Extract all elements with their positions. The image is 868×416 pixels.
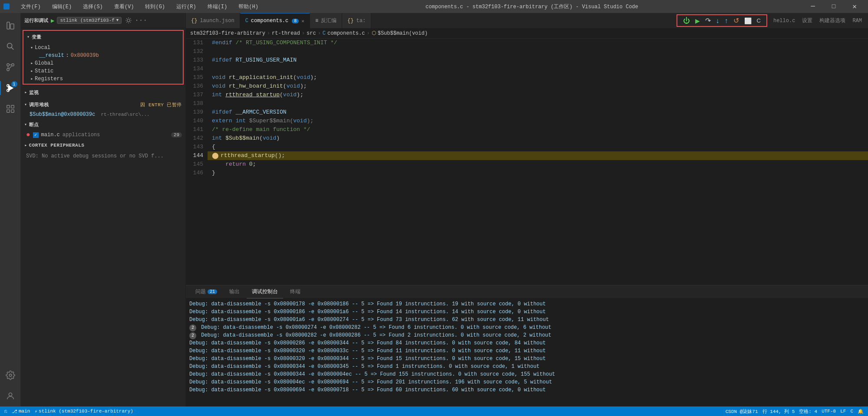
activity-debug[interactable]: 1 [0,78,21,98]
tab-ta[interactable]: {} ta: [342,13,371,28]
breadcrumb-part-4[interactable]: $Sub$$main(void) [378,30,428,36]
gear-icon[interactable] [125,17,132,24]
global-label: Global [35,60,53,66]
code-line-139: #ifdef __ARMCC_VERSION [208,108,868,117]
breadcrumb-part-3[interactable]: components.c [327,30,365,36]
variables-content: ▾ Local __result : 0x800039b ▾ Global ▾ … [23,43,183,84]
fn-sub-main: $Sub$$main [225,134,259,143]
status-debug-icon: ⚡ [34,409,37,414]
callstack-header[interactable]: ▾ 调用堆栈 因 ENTRY 已暂停 [21,98,185,111]
panel-tab-terminal[interactable]: 终端 [285,285,306,298]
bp-file: main.c [41,132,60,138]
menu-select[interactable]: 选择(S) [80,2,106,11]
activity-search[interactable] [0,36,21,57]
tab-ram[interactable]: RAM [850,18,865,24]
kw-endif: #endif [212,39,232,47]
local-section-header[interactable]: ▾ Local [23,44,183,52]
panel-content: Debug: data-disassemble -s 0x08000178 -e… [186,298,868,406]
run-play-icon[interactable]: ▶ [51,17,54,24]
debug-command-btn[interactable]: C [755,16,763,25]
window-close[interactable]: ✕ [845,0,865,13]
status-branch[interactable]: ⎇ main [12,409,30,414]
activity-source-control[interactable] [0,57,21,78]
panel-tab-problems[interactable]: 问题 21 [190,285,222,298]
tab-launch-json[interactable]: {} launch.json [186,13,240,28]
debug-stepout-btn[interactable]: ↑ [723,16,730,26]
menu-run[interactable]: 运行(R) [174,2,199,11]
debug-restart-btn[interactable]: ↺ [731,15,741,26]
variables-section: ▾ 变量 ▾ Local __result : 0x800039b ▾ Glob… [23,30,184,85]
code-content[interactable]: #endif /* RT_USING_COMPONENTS_INIT */ #i… [208,39,868,285]
menu-file[interactable]: 文件(F) [18,2,43,11]
cortex-header[interactable]: ▾ CORTEX PERIPHERALS [21,139,185,151]
status-language-label: C [850,409,853,414]
sidebar-more-icon[interactable]: ··· [135,16,147,24]
status-spaces[interactable]: 空格: 4 [799,408,817,415]
debug-continue-btn[interactable]: ▶ [693,16,702,26]
fn-rt-app: rt_application_init [229,73,293,82]
status-csdn[interactable]: CSDN @柒妹71 [726,408,758,415]
debug-stepover-btn[interactable]: ↷ [703,15,713,26]
tab-disasm[interactable]: ≡ 反汇编 [310,13,342,28]
tab-components-c[interactable]: C components.c 8 ✕ [240,13,310,28]
tab-settings[interactable]: 设置 [799,17,815,24]
status-notifications[interactable]: 🔔 [858,409,864,414]
indent-145 [212,160,225,169]
menu-edit[interactable]: 编辑(E) [50,2,75,11]
breakpoints-header[interactable]: ▾ 断点 [21,118,185,131]
code-lines: 131 132 133 134 135 136 137 138 139 140 … [186,39,868,285]
ln-136: 136 [186,82,208,91]
global-section-header[interactable]: ▾ Global [23,59,183,67]
svg-line-3 [11,47,13,49]
menu-bar: 文件(F) 编辑(E) 选择(S) 查看(V) 转到(G) 运行(R) 终端(I… [0,0,868,13]
menu-goto[interactable]: 转到(G) [142,2,168,11]
tab-icon-disasm: ≡ [315,18,318,24]
tab-close-components[interactable]: ✕ [301,18,304,24]
breadcrumb-part-1[interactable]: rt-thread [272,30,300,36]
menu-terminal[interactable]: 终端(I) [205,2,230,11]
watch-header[interactable]: ▾ 监视 [21,86,185,98]
status-eol[interactable]: LF [840,409,846,414]
status-position[interactable]: 行 144, 列 5 [762,408,795,415]
breadcrumb-part-2[interactable]: src [307,30,316,36]
status-language[interactable]: C [850,409,853,414]
sidebar-header: 运行和调试 ▶ stlink (stm32f103-f ▼ ··· [21,13,185,28]
svg-line-9 [9,66,11,69]
static-section-header[interactable]: ▾ Static [23,67,183,75]
code-line-132 [208,47,868,56]
activity-settings[interactable] [0,365,21,386]
bp-checkbox[interactable]: ✓ [33,132,39,138]
menu-view[interactable]: 查看(V) [112,2,137,11]
svg-point-4 [7,64,9,66]
breadcrumb-part-0[interactable]: stm32f103-fire-arbitrary [190,30,265,36]
variables-header[interactable]: ▾ 变量 [23,31,183,43]
activity-explorer[interactable] [0,15,21,36]
debug-power-btn[interactable]: ⏻ [681,16,692,26]
terminal-line-10: Debug: data-disassemble -s 0x080004ec -e… [189,378,865,386]
panel-tab-debug[interactable]: 调试控制台 [247,285,283,298]
registers-section-header[interactable]: ▾ Registers [23,75,183,83]
activity-account[interactable] [0,386,21,406]
activity-extensions[interactable] [0,98,21,119]
status-debug-config[interactable]: ⚡ stlink (stm32f103-fire-arbitrary) [34,409,133,414]
menu-help[interactable]: 帮助(H) [236,2,261,11]
callstack-frame[interactable]: $Sub$$main@0x0800039c rt-thread\src\... [21,111,185,118]
status-encoding[interactable]: UTF-8 [822,409,836,414]
debug-config-select[interactable]: stlink (stm32f103-f ▼ [57,17,122,24]
window-minimize[interactable]: ─ [803,0,823,13]
var-value-result: 0x800039b [71,52,99,59]
window-maximize[interactable]: □ [824,0,844,13]
brace-open: { [212,143,215,151]
tab-build-options[interactable]: 构建器选项 [817,17,848,24]
debug-stepinto-btn[interactable]: ↓ [714,16,722,26]
breakpoints-section: ▾ 断点 ● ✓ main.c applications 29 [21,118,185,139]
tab-hello-c[interactable]: hello.c [771,18,798,24]
panel-tab-output[interactable]: 输出 [224,285,245,298]
status-remote-icon: ⎌ [4,409,7,414]
callstack-section: ▾ 调用堆栈 因 ENTRY 已暂停 $Sub$$main@0x0800039c… [21,98,185,118]
debug-stop-btn[interactable]: ⬜ [742,16,754,26]
ln-132: 132 [186,47,208,56]
terminal-line-9: Debug: data-disassemble -s 0x08000344 -e… [189,370,865,378]
status-remote[interactable]: ⎌ [4,409,7,414]
macro-139: __ARMCC_VERSION [232,108,287,117]
